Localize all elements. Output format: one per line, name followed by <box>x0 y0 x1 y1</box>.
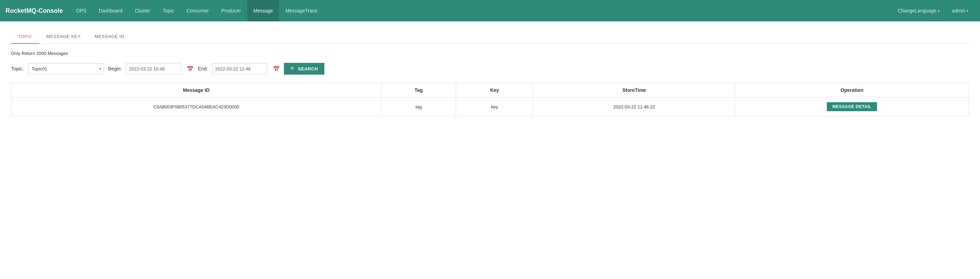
search-icon: 🔍 <box>290 66 296 71</box>
search-button[interactable]: 🔍 SEARCH <box>284 63 324 75</box>
message-detail-button[interactable]: MESSAGE DETAIL <box>827 102 877 111</box>
cell-store-time: 2022-03-22 11:46:22 <box>533 97 735 116</box>
col-tag: Tag <box>382 83 456 97</box>
cell-tag: tag <box>382 97 456 116</box>
nav-item-cluster[interactable]: Cluster <box>129 0 156 21</box>
tab-message-id[interactable]: MESSAGE ID <box>88 30 131 44</box>
messages-table: Message ID Tag Key StoreTime Operation C… <box>11 83 969 116</box>
navbar: RocketMQ-Console OPS Dashboard Cluster T… <box>0 0 980 21</box>
nav-item-consumer[interactable]: Consumer <box>180 0 215 21</box>
table-header: Message ID Tag Key StoreTime Operation <box>11 83 969 97</box>
cell-operation: MESSAGE DETAIL <box>735 97 969 116</box>
end-calendar-icon[interactable]: 📅 <box>273 66 280 72</box>
col-key: Key <box>456 83 533 97</box>
navbar-right: ChangeLanguage ▾ admin ▾ <box>892 0 974 21</box>
topic-select[interactable]: Topic01 <box>28 63 104 74</box>
topic-select-wrapper: Topic01 ▾ <box>28 63 104 74</box>
nav-item-ops[interactable]: OPS <box>70 0 93 21</box>
main-content: TOPIC MESSAGE KEY MESSAGE ID Only Return… <box>0 21 980 125</box>
brand[interactable]: RocketMQ-Console <box>6 7 70 14</box>
notice-text: Only Return 2000 Messages <box>11 51 969 56</box>
end-label: End: <box>198 66 208 71</box>
table-header-row: Message ID Tag Key StoreTime Operation <box>11 83 969 97</box>
changelanguage-dropdown-icon: ▾ <box>938 9 940 13</box>
nav-item-changelanguage[interactable]: ChangeLanguage ▾ <box>892 0 946 21</box>
col-operation: Operation <box>735 83 969 97</box>
table-body: C0A8003F0805377DCA046EAC423D0000 tag key… <box>11 97 969 116</box>
tab-message-key[interactable]: MESSAGE KEY <box>40 30 88 44</box>
topic-label: Topic: <box>11 66 24 71</box>
search-bar: Topic: Topic01 ▾ Begin: 📅 End: 📅 🔍 SEARC… <box>11 63 969 75</box>
end-date-input[interactable] <box>212 63 267 74</box>
col-message-id: Message ID <box>11 83 382 97</box>
nav-item-topic[interactable]: Topic <box>156 0 180 21</box>
nav-item-producer[interactable]: Producer <box>215 0 247 21</box>
table-row: C0A8003F0805377DCA046EAC423D0000 tag key… <box>11 97 969 116</box>
begin-calendar-icon[interactable]: 📅 <box>187 66 194 72</box>
admin-dropdown-icon: ▾ <box>967 9 968 13</box>
nav-item-admin[interactable]: admin ▾ <box>946 0 974 21</box>
tab-topic[interactable]: TOPIC <box>11 30 40 44</box>
nav-item-dashboard[interactable]: Dashboard <box>93 0 129 21</box>
cell-key: key <box>456 97 533 116</box>
begin-date-input[interactable] <box>126 63 181 74</box>
col-store-time: StoreTime <box>533 83 735 97</box>
nav-item-messagetrace[interactable]: MessageTrace <box>279 0 323 21</box>
tab-bar: TOPIC MESSAGE KEY MESSAGE ID <box>11 30 969 44</box>
nav-item-message[interactable]: Message <box>247 0 279 21</box>
begin-label: Begin: <box>108 66 122 71</box>
cell-message-id: C0A8003F0805377DCA046EAC423D0000 <box>11 97 382 116</box>
